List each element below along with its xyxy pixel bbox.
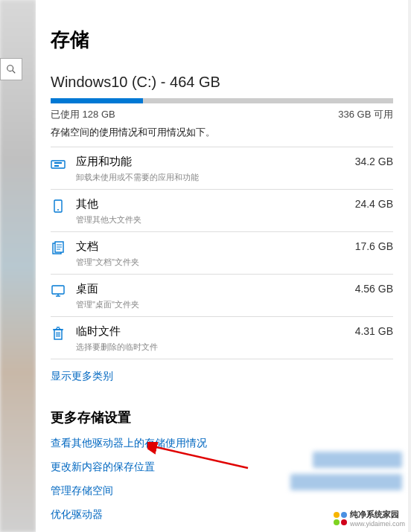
more-settings-heading: 更多存储设置 [51,408,393,426]
watermark-text: 纯净系统家园 www.yidaimei.com [350,509,405,528]
storage-progress-fill [51,98,143,103]
category-name: 文档 [76,240,98,254]
svg-point-6 [57,209,59,211]
category-size: 4.31 GB [355,325,393,337]
svg-point-0 [7,65,13,71]
category-desc: 管理"文档"文件夹 [76,257,393,268]
category-item[interactable]: 其他24.4 GB管理其他大文件夹 [51,189,393,231]
category-name: 应用和功能 [76,155,132,169]
other-icon [51,199,67,217]
storage-progress-bar [51,98,393,103]
category-desc: 管理"桌面"文件夹 [76,299,393,310]
temp-icon [51,326,67,344]
free-label: 336 GB 可用 [338,108,393,121]
page-title: 存储 [51,27,393,53]
category-item[interactable]: 文档17.6 GB管理"文档"文件夹 [51,231,393,274]
usage-row: 已使用 128 GB 336 GB 可用 [51,108,393,121]
drive-title: Windows10 (C:) - 464 GB [51,74,393,91]
search-button[interactable] [0,58,22,80]
category-item[interactable]: 应用和功能34.2 GB卸载未使用或不需要的应用和功能 [51,147,393,189]
category-size: 4.56 GB [355,283,393,295]
category-name: 其他 [76,197,98,211]
usage-note: 存储空间的使用情况和可用情况如下。 [51,126,393,139]
blur-overlay [313,452,402,468]
category-size: 17.6 GB [355,240,393,252]
category-body: 其他24.4 GB管理其他大文件夹 [76,197,393,225]
svg-rect-12 [52,286,64,294]
category-item[interactable]: 临时文件4.31 GB选择要删除的临时文件 [51,316,393,359]
blur-overlay [290,474,402,490]
search-icon [6,64,16,74]
category-desc: 选择要删除的临时文件 [76,342,393,353]
category-body: 文档17.6 GB管理"文档"文件夹 [76,240,393,268]
svg-rect-2 [51,161,65,168]
svg-line-1 [13,71,16,74]
category-desc: 卸载未使用或不需要的应用和功能 [76,172,393,183]
desktop-icon [51,283,67,301]
category-body: 应用和功能34.2 GB卸载未使用或不需要的应用和功能 [76,155,393,183]
documents-icon [51,241,67,259]
category-desc: 管理其他大文件夹 [76,214,393,225]
category-size: 34.2 GB [355,156,393,167]
category-body: 桌面4.56 GB管理"桌面"文件夹 [76,282,393,310]
settings-link[interactable]: 查看其他驱动器上的存储使用情况 [51,437,393,450]
svg-rect-3 [54,162,62,164]
used-label: 已使用 128 GB [51,108,115,121]
category-size: 24.4 GB [355,198,393,210]
svg-rect-4 [54,165,59,167]
category-list: 应用和功能34.2 GB卸载未使用或不需要的应用和功能其他24.4 GB管理其他… [51,147,393,359]
apps-icon [51,156,67,174]
show-more-link[interactable]: 显示更多类别 [51,370,393,383]
watermark-logo [334,512,347,525]
category-item[interactable]: 桌面4.56 GB管理"桌面"文件夹 [51,274,393,316]
category-name: 桌面 [76,282,98,296]
category-name: 临时文件 [76,324,121,339]
watermark: 纯净系统家园 www.yidaimei.com [334,509,405,528]
category-body: 临时文件4.31 GB选择要删除的临时文件 [76,324,393,353]
